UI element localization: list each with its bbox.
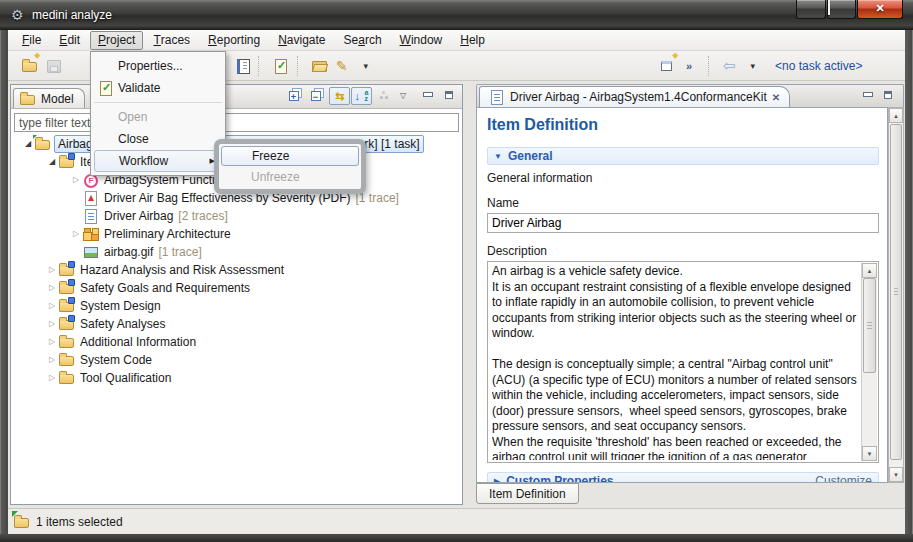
folder-tagged-icon — [59, 154, 75, 170]
menu-navigate[interactable]: Navigate — [270, 31, 333, 50]
validate-button[interactable] — [269, 54, 293, 78]
menu-edit[interactable]: Edit — [51, 31, 88, 50]
maximize-view-icon — [442, 88, 458, 104]
scroll-up-button[interactable] — [889, 108, 903, 123]
project-icon — [14, 514, 30, 530]
scroll-down-button[interactable] — [862, 446, 877, 461]
scrollbar-thumb[interactable] — [890, 124, 902, 460]
tree-expander-collapsed[interactable] — [45, 315, 59, 333]
tab-driver-airbag-editor[interactable]: Driver Airbag - AirbagSystem1.4Conforman… — [479, 86, 790, 107]
menu-window[interactable]: Window — [392, 31, 451, 50]
folder-icon — [59, 352, 75, 368]
perspective-button[interactable] — [656, 54, 680, 78]
report-button[interactable] — [230, 54, 254, 78]
maximize-view-icon — [881, 88, 897, 104]
general-section-header[interactable]: ▼ General — [487, 147, 879, 165]
expand-all-icon — [288, 88, 304, 104]
dropdown-button[interactable] — [743, 54, 767, 78]
tree-item-hazard-analysis-and-risk-assessment[interactable]: Hazard Analysis and Risk Assessment — [11, 261, 462, 279]
brush-button[interactable] — [332, 54, 356, 78]
bottom-tab-label: Item Definition — [489, 487, 566, 501]
document-icon — [83, 208, 99, 224]
tree-item-preliminary-architecture[interactable]: Preliminary Architecture — [11, 225, 462, 243]
name-field[interactable] — [487, 213, 879, 233]
window-border-right — [905, 30, 913, 534]
window-minimize-button[interactable] — [796, 0, 826, 19]
custom-properties-section-header[interactable]: ▶ Custom Properties Customize — [487, 472, 879, 483]
tab-close-icon[interactable] — [772, 90, 780, 104]
description-field[interactable]: An airbag is a vehicle safety device. It… — [487, 261, 879, 463]
tree-expander-collapsed[interactable] — [69, 225, 83, 243]
flag-decoration — [12, 511, 18, 517]
sort-az-button[interactable] — [351, 87, 372, 105]
active-task-label[interactable]: <no task active> — [775, 59, 862, 73]
tree-expander-collapsed[interactable] — [45, 297, 59, 315]
menu-item-validate[interactable]: Validate — [92, 77, 224, 99]
submenu-item-freeze[interactable]: Freeze — [221, 146, 359, 166]
back-arrow-button[interactable] — [719, 54, 743, 78]
tree-expander-collapsed[interactable] — [45, 351, 59, 369]
menu-traces[interactable]: Traces — [145, 31, 198, 50]
tree-expander-collapsed[interactable] — [69, 171, 83, 189]
new-wizard-button[interactable] — [18, 54, 42, 78]
scroll-up-button[interactable] — [862, 263, 877, 278]
menu-reporting[interactable]: Reporting — [200, 31, 268, 50]
document-icon — [489, 89, 505, 105]
editor-scrollbar[interactable] — [888, 107, 904, 483]
tree-expander-collapsed[interactable] — [45, 333, 59, 351]
window-close-button[interactable]: ✕ — [857, 0, 903, 19]
chevron-right-icon — [686, 58, 698, 74]
model-tab-label: Model — [41, 92, 74, 106]
maximize-view-button[interactable] — [439, 87, 460, 105]
minimize-view-button[interactable] — [417, 87, 438, 105]
application-window: medini analyze ✕ FileEditProjectTracesRe… — [0, 0, 913, 542]
tree-item-airbag-gif[interactable]: airbag.gif[1 trace] — [11, 243, 462, 261]
brush-icon — [336, 58, 352, 74]
customize-link[interactable]: Customize — [815, 474, 872, 483]
tree-item-driver-airbag[interactable]: Driver Airbag[2 traces] — [11, 207, 462, 225]
dropdown-button[interactable] — [356, 54, 380, 78]
title-bar: medini analyze — [0, 0, 913, 30]
status-text: 1 items selected — [36, 515, 123, 529]
tree-expander-collapsed[interactable] — [45, 261, 59, 279]
tab-model[interactable]: Model — [13, 88, 85, 108]
type-filter-input[interactable] — [14, 113, 459, 132]
tree-item-system-design[interactable]: System Design — [11, 297, 462, 315]
description-label: Description — [487, 244, 879, 258]
tree-expander-collapsed[interactable] — [45, 369, 59, 387]
tree-expander-expanded[interactable] — [45, 153, 59, 171]
description-scrollbar[interactable] — [861, 263, 877, 461]
folder-tagged-icon — [59, 280, 75, 296]
menu-item-properties[interactable]: Properties... — [92, 55, 224, 77]
maximize-icon — [828, 0, 830, 15]
tree-expander-collapsed[interactable] — [45, 279, 59, 297]
folder-icon — [20, 91, 36, 107]
scroll-down-button[interactable] — [889, 467, 903, 482]
menu-search[interactable]: Search — [336, 31, 390, 50]
menu-help[interactable]: Help — [452, 31, 493, 50]
expand-all-button[interactable] — [285, 87, 306, 105]
tree-item-safety-analyses[interactable]: Safety Analyses — [11, 315, 462, 333]
tree-item-safety-goals-and-requirements[interactable]: Safety Goals and Requirements — [11, 279, 462, 297]
link-editor-button[interactable] — [329, 87, 350, 105]
tree-item-tool-qualification[interactable]: Tool Qualification — [11, 369, 462, 387]
chevron-right-button[interactable] — [680, 54, 704, 78]
tree-item-additional-information[interactable]: Additional Information — [11, 333, 462, 351]
menu-item-close[interactable]: Close — [92, 128, 224, 150]
tab-item-definition[interactable]: Item Definition — [476, 483, 579, 504]
collapse-all-button[interactable] — [307, 87, 328, 105]
folder-icon — [59, 370, 75, 386]
minimize-editor-button[interactable] — [857, 87, 878, 105]
minimize-view-icon — [860, 88, 876, 104]
header-menu-button[interactable] — [395, 87, 416, 105]
maximize-editor-button[interactable] — [878, 87, 899, 105]
tree-item-system-code[interactable]: System Code — [11, 351, 462, 369]
open-folder-button[interactable] — [308, 54, 332, 78]
menu-project[interactable]: Project — [90, 31, 143, 50]
menu-file[interactable]: File — [14, 31, 49, 50]
window-border-bottom — [0, 534, 913, 542]
window-maximize-button[interactable] — [827, 0, 856, 19]
scrollbar-thumb[interactable] — [863, 278, 876, 373]
menu-item-workflow[interactable]: Workflow▶ — [94, 150, 222, 172]
back-arrow-icon — [723, 58, 739, 74]
